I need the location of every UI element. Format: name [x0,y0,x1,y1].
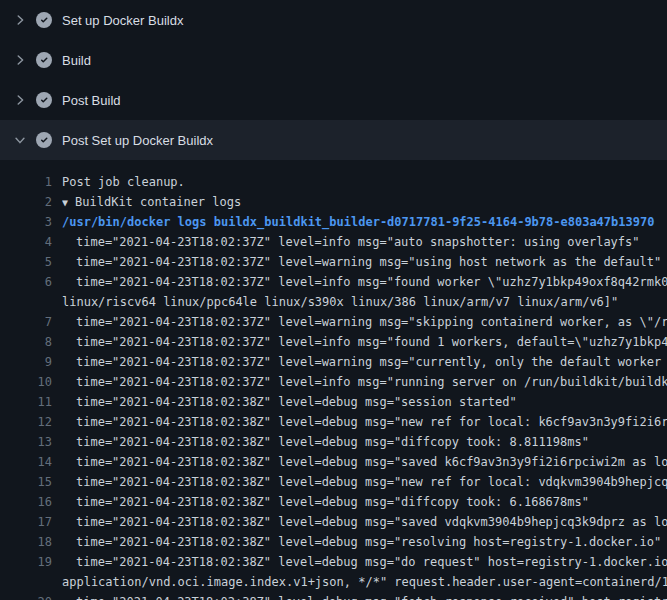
log-text-content: /usr/bin/docker logs buildx_buildkit_bui… [62,215,654,229]
check-circle-icon [36,132,52,148]
check-circle-icon [36,52,52,68]
log-text-content: time="2021-04-23T18:02:37Z" level=warnin… [76,315,667,329]
step-row-0[interactable]: Set up Docker Buildx [0,0,667,40]
log-line: 14 time="2021-04-23T18:02:38Z" level=deb… [0,452,667,472]
line-number[interactable]: 4 [0,232,62,252]
log-text-content: time="2021-04-23T18:02:37Z" level=info m… [76,375,667,389]
line-number[interactable]: 14 [0,452,62,472]
log-text: application/vnd.oci.image.index.v1+json,… [62,572,667,592]
line-number[interactable] [0,292,62,312]
log-text-content: time="2021-04-23T18:02:38Z" level=debug … [76,515,667,529]
log-text-content: Post job cleanup. [62,175,185,189]
line-number[interactable]: 6 [0,272,62,292]
step-row-1[interactable]: Build [0,40,667,80]
log-text-content: time="2021-04-23T18:02:37Z" level=warnin… [76,355,667,369]
log-line: 6 time="2021-04-23T18:02:37Z" level=info… [0,272,667,292]
log-line: 10 time="2021-04-23T18:02:37Z" level=inf… [0,372,667,392]
log-text: time="2021-04-23T18:02:38Z" level=debug … [62,492,667,512]
log-line: 18 time="2021-04-23T18:02:38Z" level=deb… [0,532,667,552]
step-row-3[interactable]: Post Set up Docker Buildx [0,120,667,160]
log-line: 3 /usr/bin/docker logs buildx_buildkit_b… [0,212,667,232]
chevron-icon [12,52,28,68]
log-text: time="2021-04-23T18:02:37Z" level=warnin… [62,252,667,272]
log-text-content: time="2021-04-23T18:02:37Z" level=info m… [76,275,667,289]
line-number[interactable]: 15 [0,472,62,492]
log-text-content: BuildKit container logs [75,195,241,209]
log-line: 11 time="2021-04-23T18:02:38Z" level=deb… [0,392,667,412]
line-number[interactable]: 16 [0,492,62,512]
log-line: 17 time="2021-04-23T18:02:38Z" level=deb… [0,512,667,532]
line-number[interactable]: 5 [0,252,62,272]
line-number[interactable] [0,572,62,592]
log-text-content: time="2021-04-23T18:02:37Z" level=info m… [76,235,640,249]
log-line: application/vnd.oci.image.index.v1+json,… [0,572,667,592]
step-title: Build [62,53,91,68]
line-number[interactable]: 20 [0,592,62,600]
line-number[interactable]: 11 [0,392,62,412]
log-line: 19 time="2021-04-23T18:02:38Z" level=deb… [0,552,667,572]
log-text-content: time="2021-04-23T18:02:38Z" level=debug … [76,535,661,549]
log-line: 12 time="2021-04-23T18:02:38Z" level=deb… [0,412,667,432]
log-area: 1 Post job cleanup. 2 ▼BuildKit containe… [0,160,667,600]
log-line: 20 time="2021-04-23T18:02:38Z" level=deb… [0,592,667,600]
line-number[interactable]: 10 [0,372,62,392]
line-number[interactable]: 8 [0,332,62,352]
line-number[interactable]: 3 [0,212,62,232]
group-caret-icon[interactable]: ▼ [62,197,68,208]
log-line: 4 time="2021-04-23T18:02:37Z" level=info… [0,232,667,252]
chevron-icon [12,132,28,148]
steps-list: Set up Docker Buildx Build P [0,0,667,160]
log-line: 8 time="2021-04-23T18:02:37Z" level=info… [0,332,667,352]
chevron-icon [12,92,28,108]
log-text: time="2021-04-23T18:02:37Z" level=info m… [62,332,667,352]
log-text-content: time="2021-04-23T18:02:38Z" level=debug … [76,495,589,509]
log-text-content: time="2021-04-23T18:02:38Z" level=debug … [76,455,667,469]
line-number[interactable]: 7 [0,312,62,332]
line-number[interactable]: 12 [0,412,62,432]
workflow-log-viewer: Set up Docker Buildx Build P [0,0,667,600]
log-text: time="2021-04-23T18:02:38Z" level=debug … [62,552,667,572]
log-text: Post job cleanup. [62,172,667,192]
line-number[interactable]: 18 [0,532,62,552]
log-line: 13 time="2021-04-23T18:02:38Z" level=deb… [0,432,667,452]
log-text: time="2021-04-23T18:02:38Z" level=debug … [62,432,667,452]
log-text: time="2021-04-23T18:02:37Z" level=info m… [62,232,667,252]
log-text-content: time="2021-04-23T18:02:38Z" level=debug … [76,395,517,409]
log-line[interactable]: 2 ▼BuildKit container logs [0,192,667,212]
line-number[interactable]: 1 [0,172,62,192]
log-text-content: time="2021-04-23T18:02:37Z" level=info m… [76,335,667,349]
log-text: linux/riscv64 linux/ppc64le linux/s390x … [62,292,667,312]
log-line: 9 time="2021-04-23T18:02:37Z" level=warn… [0,352,667,372]
log-text: time="2021-04-23T18:02:37Z" level=warnin… [62,352,667,372]
log-text-content: time="2021-04-23T18:02:38Z" level=debug … [76,415,667,429]
log-text: time="2021-04-23T18:02:37Z" level=warnin… [62,312,667,332]
check-circle-icon [36,92,52,108]
log-text-content: application/vnd.oci.image.index.v1+json,… [62,575,667,589]
log-text-content: time="2021-04-23T18:02:38Z" level=debug … [76,555,667,569]
log-text: time="2021-04-23T18:02:38Z" level=debug … [62,592,667,600]
log-text: time="2021-04-23T18:02:38Z" level=debug … [62,392,667,412]
log-text: time="2021-04-23T18:02:38Z" level=debug … [62,452,667,472]
log-text: time="2021-04-23T18:02:37Z" level=info m… [62,272,667,292]
line-number[interactable]: 17 [0,512,62,532]
log-text-content: time="2021-04-23T18:02:38Z" level=debug … [76,595,667,600]
line-number[interactable]: 13 [0,432,62,452]
line-number[interactable]: 19 [0,552,62,572]
step-title: Set up Docker Buildx [62,13,183,28]
log-line: 1 Post job cleanup. [0,172,667,192]
check-circle-icon [36,12,52,28]
log-line: 15 time="2021-04-23T18:02:38Z" level=deb… [0,472,667,492]
log-text: time="2021-04-23T18:02:37Z" level=info m… [62,372,667,392]
line-number[interactable]: 9 [0,352,62,372]
step-title: Post Build [62,93,121,108]
log-text-content: time="2021-04-23T18:02:38Z" level=debug … [76,435,589,449]
step-title: Post Set up Docker Buildx [62,133,213,148]
log-text-content: time="2021-04-23T18:02:37Z" level=warnin… [76,255,661,269]
log-text: time="2021-04-23T18:02:38Z" level=debug … [62,512,667,532]
log-text-content: linux/riscv64 linux/ppc64le linux/s390x … [62,295,618,309]
log-text: time="2021-04-23T18:02:38Z" level=debug … [62,412,667,432]
log-text-content: time="2021-04-23T18:02:38Z" level=debug … [76,475,667,489]
step-row-2[interactable]: Post Build [0,80,667,120]
line-number[interactable]: 2 [0,192,62,212]
log-text: /usr/bin/docker logs buildx_buildkit_bui… [62,212,667,232]
